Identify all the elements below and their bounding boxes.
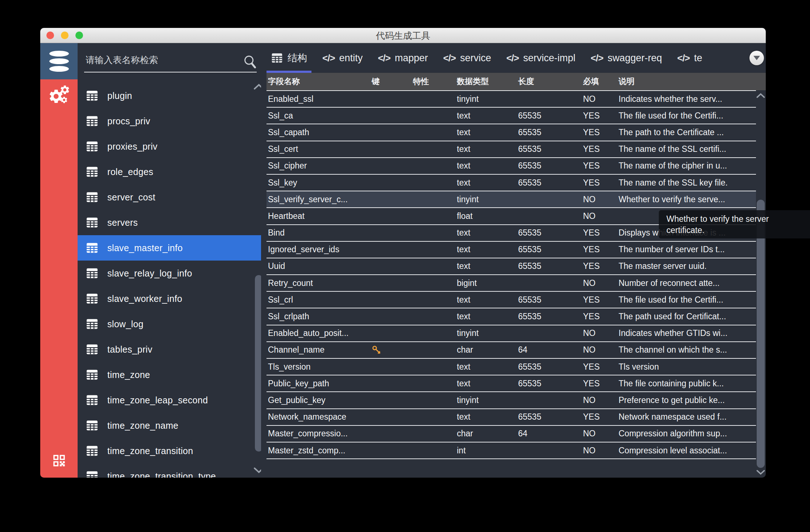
cell-description: The name of the SSL certifi... bbox=[617, 144, 756, 154]
sidebar-item[interactable]: time_zone bbox=[78, 362, 261, 387]
sidebar-item[interactable]: plugin bbox=[78, 83, 261, 108]
cell-data-type: text bbox=[455, 362, 517, 372]
cell-required: NO bbox=[582, 395, 617, 405]
cell-key bbox=[370, 345, 412, 355]
table-icon bbox=[86, 89, 99, 102]
table-row[interactable]: Ssl_verify_server_c... bbox=[266, 191, 756, 208]
table-icon bbox=[86, 444, 99, 457]
sidebar-item[interactable]: proxies_priv bbox=[78, 134, 261, 159]
cell-length: 64 bbox=[517, 429, 582, 439]
minimize-button[interactable] bbox=[61, 32, 69, 39]
tab[interactable]: </> service-impl bbox=[502, 43, 580, 73]
cell-data-type: char bbox=[455, 429, 517, 439]
table-row[interactable]: Master_compressio... bbox=[266, 426, 756, 442]
cell-field-name: Uuid bbox=[266, 261, 370, 271]
settings-nav-button[interactable] bbox=[48, 85, 70, 107]
cell-description: Whether to verify the serve... bbox=[617, 195, 756, 204]
tab-label: service bbox=[460, 53, 491, 64]
sidebar-item[interactable]: servers bbox=[78, 210, 261, 235]
code-icon: </> bbox=[591, 53, 603, 64]
list-scroll-down-icon[interactable] bbox=[253, 467, 261, 475]
scroll-up-icon[interactable] bbox=[756, 92, 765, 100]
sidebar-item-label: plugin bbox=[107, 91, 132, 101]
zoom-button[interactable] bbox=[75, 32, 83, 39]
sidebar-item[interactable]: time_zone_name bbox=[78, 413, 261, 438]
sidebar-item[interactable]: tables_priv bbox=[78, 337, 261, 362]
sidebar-item-label: time_zone_transition bbox=[107, 446, 193, 456]
sidebar-item-label: tables_priv bbox=[107, 344, 152, 355]
table-row[interactable]: Tls_version bbox=[266, 359, 756, 375]
cell-required: YES bbox=[582, 245, 617, 254]
table-row[interactable]: Retry_count bbox=[266, 275, 756, 292]
tab-label: mapper bbox=[395, 53, 428, 64]
table-row[interactable]: Ssl_crlpath bbox=[266, 308, 756, 325]
sidebar-item[interactable]: slow_log bbox=[78, 311, 261, 337]
cell-data-type: text bbox=[455, 128, 517, 137]
cell-field-name: Ssl_ca bbox=[266, 111, 370, 121]
sidebar-scrollbar-thumb[interactable] bbox=[255, 275, 261, 452]
sidebar-item[interactable]: time_zone_leap_second bbox=[78, 387, 261, 413]
table-row[interactable]: Ssl_ca bbox=[266, 108, 756, 124]
table-row[interactable]: Channel_name bbox=[266, 342, 756, 359]
cell-length: 65535 bbox=[517, 228, 582, 238]
table-row[interactable]: Ssl_capath bbox=[266, 124, 756, 141]
close-button[interactable] bbox=[46, 32, 54, 39]
tab[interactable]: </> 结构 bbox=[266, 43, 311, 73]
sidebar-item[interactable]: role_edges bbox=[78, 159, 261, 184]
sidebar-item[interactable]: procs_priv bbox=[78, 108, 261, 134]
list-scroll-up-icon[interactable] bbox=[253, 83, 261, 92]
tab[interactable]: </> service bbox=[439, 43, 495, 73]
table-row[interactable]: Ssl_cert bbox=[266, 141, 756, 158]
tab[interactable]: </> mapper bbox=[373, 43, 432, 73]
table-row[interactable]: Network_namespace bbox=[266, 409, 756, 426]
tab[interactable]: </> swagger-req bbox=[586, 43, 666, 73]
sidebar-item[interactable]: slave_master_info bbox=[78, 235, 261, 261]
table-row[interactable]: Enabled_ssl bbox=[266, 91, 756, 108]
table-row[interactable]: Public_key_path bbox=[266, 375, 756, 392]
table-icon bbox=[86, 191, 99, 204]
table-row[interactable]: Uuid t bbox=[266, 258, 756, 275]
search-icon[interactable] bbox=[243, 54, 257, 71]
sidebar-item-label: proxies_priv bbox=[107, 141, 157, 152]
table-row[interactable]: Ssl_cipher bbox=[266, 158, 756, 175]
table-row[interactable]: Ssl_crl bbox=[266, 292, 756, 308]
code-icon: </> bbox=[322, 53, 335, 64]
table-row[interactable]: Ssl_key bbox=[266, 175, 756, 191]
cell-field-name: Bind bbox=[266, 228, 370, 238]
cell-description: Number of reconnect atte... bbox=[617, 278, 756, 288]
cell-field-name: Ssl_key bbox=[266, 178, 370, 188]
cell-description: Indicates whether GTIDs wi... bbox=[617, 328, 756, 338]
column-header: 必填 bbox=[582, 76, 617, 87]
sidebar-item-label: slave_relay_log_info bbox=[107, 268, 192, 279]
table-row[interactable]: Ignored_server_ids bbox=[266, 242, 756, 258]
tab[interactable]: </> entity bbox=[318, 43, 367, 73]
sidebar-item-label: server_cost bbox=[107, 192, 156, 203]
cell-data-type: text bbox=[455, 178, 517, 188]
database-nav-button[interactable] bbox=[40, 43, 78, 79]
sidebar-item[interactable]: time_zone_transition_type bbox=[78, 464, 261, 478]
table-row[interactable]: Get_public_key bbox=[266, 392, 756, 409]
cell-data-type: int bbox=[455, 446, 517, 456]
cell-description: The name of the cipher in u... bbox=[617, 161, 756, 171]
cell-required: YES bbox=[582, 161, 617, 171]
table-row[interactable]: Enabled_auto_posit... bbox=[266, 325, 756, 342]
sidebar-item[interactable]: slave_worker_info bbox=[78, 286, 261, 311]
window-title: 代码生成工具 bbox=[40, 28, 766, 43]
cell-field-name: Channel_name bbox=[266, 345, 370, 355]
sidebar-item[interactable]: server_cost bbox=[78, 184, 261, 210]
table-icon bbox=[86, 140, 99, 153]
cell-data-type: float bbox=[455, 211, 517, 221]
cell-required: NO bbox=[582, 345, 617, 355]
sidebar-item[interactable]: slave_relay_log_info bbox=[78, 261, 261, 286]
search-input[interactable] bbox=[86, 55, 238, 65]
table-row[interactable]: Master_zstd_comp... bbox=[266, 442, 756, 459]
cell-field-name: Public_key_path bbox=[266, 379, 370, 388]
cell-field-name: Ssl_cert bbox=[266, 144, 370, 154]
scroll-down-icon[interactable] bbox=[756, 469, 765, 477]
cell-data-type: text bbox=[455, 144, 517, 154]
tab[interactable]: </> te bbox=[673, 43, 707, 73]
qr-button[interactable] bbox=[51, 453, 67, 470]
sidebar-item[interactable]: time_zone_transition bbox=[78, 438, 261, 464]
tab-overflow-button[interactable] bbox=[749, 51, 764, 65]
table-scrollbar-thumb[interactable] bbox=[757, 200, 765, 468]
